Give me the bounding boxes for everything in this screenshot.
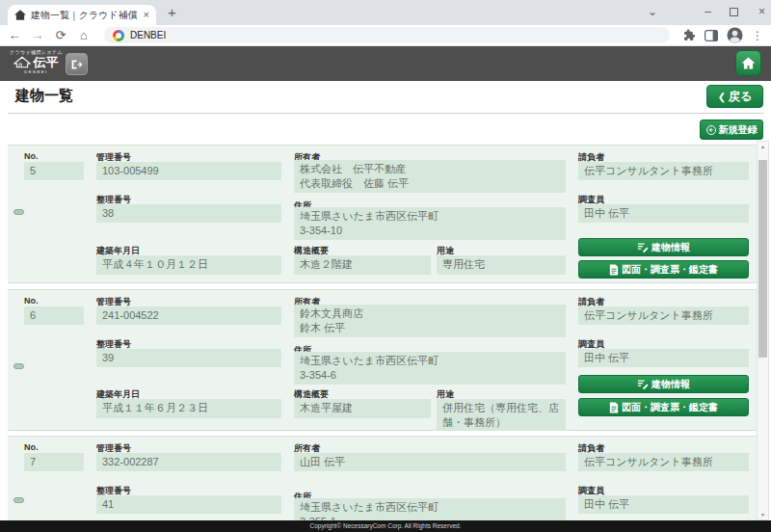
app-header: クラウド補償システム 伝平 DENBEI [0, 46, 771, 81]
profile-avatar[interactable] [727, 27, 743, 43]
owner-field: 鈴木文具商店 鈴木 伝平 [294, 305, 566, 337]
building-card-1: No. 5 管理番号 103-005499 所有者 株式会社 伝平不動産 代表取… [8, 145, 758, 283]
logo-sub-text: DENBEI [10, 69, 63, 74]
new-tab-button[interactable]: + [168, 4, 176, 20]
tab-search-chevron-icon[interactable]: ⌄ [648, 2, 657, 21]
list-edit-icon [637, 379, 649, 389]
link-handle-icon[interactable] [13, 497, 24, 503]
owner-field: 山田 伝平 [294, 453, 566, 471]
new-registration-button[interactable]: ＋ 新規登録 [700, 120, 763, 140]
building-card-2: No. 6 管理番号 241-004522 所有者 鈴木文具商店 鈴木 伝平 請… [8, 289, 758, 431]
new-registration-label: 新規登録 [719, 123, 758, 137]
title-divider [8, 113, 763, 114]
kanri-field: 332-002287 [96, 453, 281, 471]
logo-main-text: 伝平 [33, 55, 58, 69]
building-info-button[interactable]: 建物情報 [578, 375, 749, 393]
contractor-field: 伝平コンサルタント事務所 [578, 453, 749, 471]
page-scrollbar[interactable]: ▲ ▼ [757, 141, 769, 520]
denbei-favicon-icon [14, 10, 26, 20]
scroll-down-icon[interactable]: ▼ [758, 512, 768, 518]
nav-forward-icon[interactable]: → [31, 29, 44, 41]
google-logo-icon [113, 30, 124, 41]
contractor-field: 伝平コンサルタント事務所 [578, 162, 749, 180]
structure-field: 木造平屋建 [294, 399, 431, 418]
seiri-field: 41 [96, 495, 281, 514]
browser-toolbar: ← → ⟳ ⌂ DENBEI ⋮ [0, 25, 771, 46]
document-icon [609, 264, 619, 276]
surveyor-field: 田中 伝平 [578, 495, 749, 514]
tab-close-icon[interactable]: × [144, 10, 149, 20]
screen: 建物一覧｜クラウド補償システム 伝 × + ⌄ – × ← → ⟳ ⌂ DENB… [0, 0, 771, 532]
label-no: No. [24, 442, 39, 452]
usage-field: 併用住宅（専用住宅、店舗・事務所） [437, 399, 566, 431]
address-field: 埼玉県さいたま市西区伝平町 3-355-1 [294, 498, 566, 520]
document-icon [609, 402, 619, 413]
window-minimize-icon[interactable]: – [705, 2, 711, 21]
list-edit-icon [637, 242, 649, 253]
built-date-field: 平成４年１０月１２日 [96, 255, 281, 275]
link-handle-icon[interactable] [13, 209, 24, 215]
page-title: 建物一覧 [15, 87, 73, 105]
nav-home-icon[interactable]: ⌂ [77, 29, 91, 41]
toolbar-right-icons: ⋮ [683, 27, 763, 43]
extensions-puzzle-icon[interactable] [683, 29, 696, 41]
building-list: No. 5 管理番号 103-005499 所有者 株式会社 伝平不動産 代表取… [0, 145, 771, 520]
building-info-label: 建物情報 [651, 241, 690, 254]
logout-button[interactable] [66, 53, 88, 75]
owner-field: 株式会社 伝平不動産 代表取締役 佐藤 伝平 [294, 160, 566, 193]
back-button[interactable]: ❮ 戻る [706, 85, 763, 108]
usage-field: 専用住宅 [437, 255, 566, 275]
browser-tabstrip: 建物一覧｜クラウド補償システム 伝 × + ⌄ – × [0, 0, 771, 25]
kanri-field: 241-004522 [96, 306, 281, 325]
surveyor-field: 田中 伝平 [578, 204, 749, 223]
side-panel-icon[interactable] [705, 30, 718, 41]
address-field: 埼玉県さいたま市西区伝平町 3-354-10 [294, 207, 566, 240]
building-card-3: No. 7 管理番号 332-002287 所有者 山田 伝平 請負者 伝平コン… [8, 436, 758, 520]
denbei-logo: クラウド補償システム 伝平 DENBEI [10, 49, 63, 74]
label-no: No. [24, 151, 39, 161]
copyright-footer: Copyright© NecessaryCom Corp. All Rights… [0, 520, 771, 532]
scrollbar-thumb[interactable] [758, 160, 767, 358]
logout-icon [70, 59, 83, 70]
documents-button[interactable]: 図面・調査票・鑑定書 [578, 260, 749, 279]
scroll-up-icon[interactable]: ▲ [758, 144, 768, 149]
denbei-house-icon [13, 56, 31, 68]
no-field: 6 [24, 306, 84, 325]
no-field: 5 [24, 162, 84, 180]
seiri-field: 39 [96, 349, 281, 367]
built-date-field: 平成１１年６月２３日 [96, 399, 281, 418]
kanri-field: 103-005499 [96, 162, 281, 180]
window-close-icon[interactable]: × [758, 2, 765, 21]
seiri-field: 38 [96, 204, 281, 223]
link-handle-icon[interactable] [13, 363, 24, 369]
label-no: No. [24, 296, 39, 306]
building-info-label: 建物情報 [651, 378, 690, 391]
documents-button[interactable]: 図面・調査票・鑑定書 [578, 398, 749, 416]
back-button-label: 戻る [729, 89, 752, 105]
chevron-left-icon: ❮ [718, 92, 726, 102]
browser-menu-kebab-icon[interactable]: ⋮ [752, 29, 763, 42]
address-bar[interactable]: DENBEI [104, 27, 670, 43]
structure-field: 木造２階建 [294, 255, 431, 275]
nav-reload-icon[interactable]: ⟳ [54, 29, 67, 41]
documents-label: 図面・調査票・鑑定書 [622, 401, 718, 414]
plus-circle-icon: ＋ [706, 125, 716, 135]
browser-tab[interactable]: 建物一覧｜クラウド補償システム 伝 × [8, 5, 156, 25]
address-text[interactable]: DENBEI [130, 30, 166, 40]
tab-title: 建物一覧｜クラウド補償システム 伝 [31, 9, 139, 22]
surveyor-field: 田中 伝平 [578, 349, 749, 367]
contractor-field: 伝平コンサルタント事務所 [578, 306, 749, 325]
window-maximize-icon[interactable] [730, 8, 738, 16]
address-field: 埼玉県さいたま市西区伝平町 3-354-6 [294, 352, 566, 385]
home-icon [741, 57, 756, 69]
nav-back-icon[interactable]: ← [8, 29, 21, 41]
home-button[interactable] [735, 50, 761, 76]
building-info-button[interactable]: 建物情報 [578, 238, 749, 256]
no-field: 7 [24, 453, 84, 471]
documents-label: 図面・調査票・鑑定書 [622, 263, 718, 277]
